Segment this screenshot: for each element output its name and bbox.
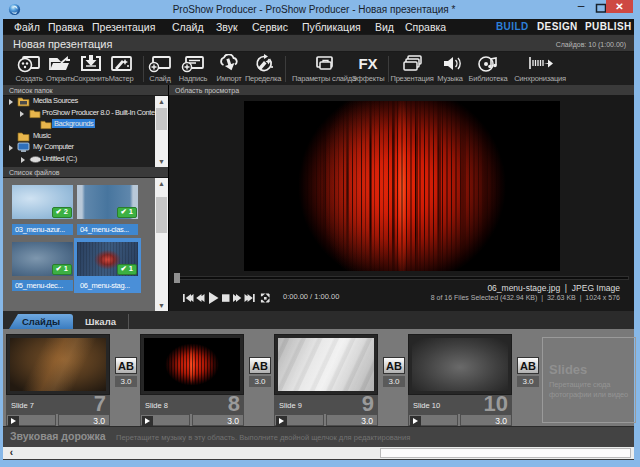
svg-text:FX: FX <box>358 55 377 72</box>
